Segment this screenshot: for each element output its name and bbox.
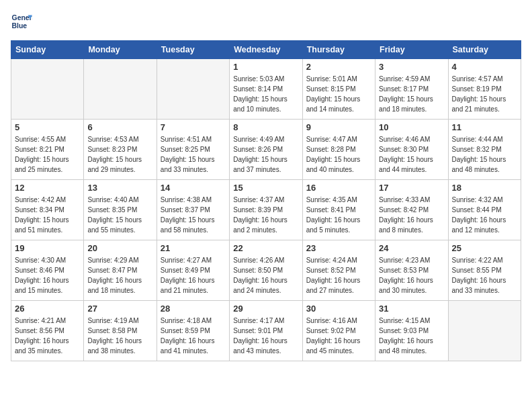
calendar-cell: [157, 59, 229, 120]
day-info: Sunrise: 4:24 AMSunset: 8:52 PMDaylight:…: [306, 255, 371, 295]
day-info: Sunrise: 4:49 AMSunset: 8:26 PMDaylight:…: [233, 134, 298, 175]
calendar-cell: 30 Sunrise: 4:16 AMSunset: 9:02 PMDaylig…: [302, 301, 375, 361]
calendar-cell: 9 Sunrise: 4:47 AMSunset: 8:28 PMDayligh…: [302, 120, 375, 180]
logo: General Blue: [11, 11, 32, 32]
day-info: Sunrise: 4:15 AMSunset: 9:03 PMDaylight:…: [379, 316, 444, 356]
day-number: 7: [161, 122, 226, 132]
day-info: Sunrise: 4:32 AMSunset: 8:44 PMDaylight:…: [452, 195, 517, 235]
calendar-cell: 18 Sunrise: 4:32 AMSunset: 8:44 PMDaylig…: [448, 180, 521, 240]
day-info: Sunrise: 4:19 AMSunset: 8:58 PMDaylight:…: [87, 316, 152, 356]
day-number: 13: [87, 183, 152, 193]
day-number: 10: [379, 122, 444, 132]
day-number: 29: [233, 304, 298, 314]
calendar-cell: 5 Sunrise: 4:55 AMSunset: 8:21 PMDayligh…: [11, 120, 84, 180]
logo-icon: General Blue: [11, 11, 32, 32]
calendar-cell: 20 Sunrise: 4:29 AMSunset: 8:47 PMDaylig…: [84, 240, 157, 301]
day-info: Sunrise: 4:35 AMSunset: 8:41 PMDaylight:…: [306, 195, 371, 235]
day-number: 31: [379, 304, 444, 314]
day-header-sunday: Sunday: [11, 41, 84, 59]
day-number: 5: [15, 122, 80, 132]
calendar-cell: 28 Sunrise: 4:18 AMSunset: 8:59 PMDaylig…: [157, 301, 229, 361]
day-number: 18: [452, 183, 517, 193]
day-number: 21: [161, 243, 226, 253]
day-info: Sunrise: 4:42 AMSunset: 8:34 PMDaylight:…: [15, 195, 80, 235]
day-header-monday: Monday: [84, 41, 157, 59]
day-info: Sunrise: 4:37 AMSunset: 8:39 PMDaylight:…: [233, 195, 298, 235]
day-info: Sunrise: 4:55 AMSunset: 8:21 PMDaylight:…: [15, 134, 80, 175]
day-number: 1: [233, 62, 298, 72]
day-info: Sunrise: 4:17 AMSunset: 9:01 PMDaylight:…: [233, 316, 298, 356]
calendar-cell: 22 Sunrise: 4:26 AMSunset: 8:50 PMDaylig…: [230, 240, 302, 301]
day-number: 6: [87, 122, 152, 132]
week-row-2: 5 Sunrise: 4:55 AMSunset: 8:21 PMDayligh…: [11, 120, 521, 180]
day-info: Sunrise: 4:21 AMSunset: 8:56 PMDaylight:…: [15, 316, 80, 356]
calendar-cell: 2 Sunrise: 5:01 AMSunset: 8:15 PMDayligh…: [302, 59, 375, 120]
calendar-cell: 7 Sunrise: 4:51 AMSunset: 8:25 PMDayligh…: [157, 120, 229, 180]
calendar-cell: 25 Sunrise: 4:22 AMSunset: 8:55 PMDaylig…: [448, 240, 521, 301]
calendar-cell: 13 Sunrise: 4:40 AMSunset: 8:35 PMDaylig…: [84, 180, 157, 240]
calendar-cell: 8 Sunrise: 4:49 AMSunset: 8:26 PMDayligh…: [230, 120, 302, 180]
day-number: 24: [379, 243, 444, 253]
day-info: Sunrise: 4:30 AMSunset: 8:46 PMDaylight:…: [15, 255, 80, 295]
day-header-tuesday: Tuesday: [157, 41, 229, 59]
day-info: Sunrise: 4:22 AMSunset: 8:55 PMDaylight:…: [452, 255, 517, 295]
day-info: Sunrise: 4:44 AMSunset: 8:32 PMDaylight:…: [452, 134, 517, 175]
calendar-cell: 1 Sunrise: 5:03 AMSunset: 8:14 PMDayligh…: [230, 59, 302, 120]
day-info: Sunrise: 4:51 AMSunset: 8:25 PMDaylight:…: [161, 134, 226, 175]
day-number: 17: [379, 183, 444, 193]
day-number: 2: [306, 62, 371, 72]
calendar-table: SundayMondayTuesdayWednesdayThursdayFrid…: [11, 40, 521, 361]
week-row-1: 1 Sunrise: 5:03 AMSunset: 8:14 PMDayligh…: [11, 59, 521, 120]
calendar-cell: 11 Sunrise: 4:44 AMSunset: 8:32 PMDaylig…: [448, 120, 521, 180]
day-info: Sunrise: 4:23 AMSunset: 8:53 PMDaylight:…: [379, 255, 444, 295]
calendar-cell: [84, 59, 157, 120]
calendar-cell: 12 Sunrise: 4:42 AMSunset: 8:34 PMDaylig…: [11, 180, 84, 240]
day-number: 14: [161, 183, 226, 193]
day-number: 15: [233, 183, 298, 193]
calendar-cell: 27 Sunrise: 4:19 AMSunset: 8:58 PMDaylig…: [84, 301, 157, 361]
day-header-friday: Friday: [375, 41, 448, 59]
day-number: 27: [87, 304, 152, 314]
calendar-cell: 4 Sunrise: 4:57 AMSunset: 8:19 PMDayligh…: [448, 59, 521, 120]
week-row-4: 19 Sunrise: 4:30 AMSunset: 8:46 PMDaylig…: [11, 240, 521, 301]
svg-text:Blue: Blue: [12, 22, 28, 30]
day-header-saturday: Saturday: [448, 41, 521, 59]
day-info: Sunrise: 4:53 AMSunset: 8:23 PMDaylight:…: [87, 134, 152, 175]
days-header-row: SundayMondayTuesdayWednesdayThursdayFrid…: [11, 41, 521, 59]
day-number: 4: [452, 62, 517, 72]
header: General Blue: [11, 11, 521, 32]
calendar-cell: 31 Sunrise: 4:15 AMSunset: 9:03 PMDaylig…: [375, 301, 448, 361]
calendar-cell: [11, 59, 84, 120]
calendar-cell: 15 Sunrise: 4:37 AMSunset: 8:39 PMDaylig…: [230, 180, 302, 240]
day-number: 30: [306, 304, 371, 314]
day-number: 16: [306, 183, 371, 193]
calendar-cell: 26 Sunrise: 4:21 AMSunset: 8:56 PMDaylig…: [11, 301, 84, 361]
day-info: Sunrise: 4:18 AMSunset: 8:59 PMDaylight:…: [161, 316, 226, 356]
day-info: Sunrise: 4:29 AMSunset: 8:47 PMDaylight:…: [87, 255, 152, 295]
day-info: Sunrise: 4:47 AMSunset: 8:28 PMDaylight:…: [306, 134, 371, 175]
calendar-cell: 3 Sunrise: 4:59 AMSunset: 8:17 PMDayligh…: [375, 59, 448, 120]
day-info: Sunrise: 4:16 AMSunset: 9:02 PMDaylight:…: [306, 316, 371, 356]
day-number: 28: [161, 304, 226, 314]
day-number: 23: [306, 243, 371, 253]
week-row-3: 12 Sunrise: 4:42 AMSunset: 8:34 PMDaylig…: [11, 180, 521, 240]
day-number: 3: [379, 62, 444, 72]
day-number: 9: [306, 122, 371, 132]
calendar-cell: 16 Sunrise: 4:35 AMSunset: 8:41 PMDaylig…: [302, 180, 375, 240]
day-number: 25: [452, 243, 517, 253]
calendar-cell: 6 Sunrise: 4:53 AMSunset: 8:23 PMDayligh…: [84, 120, 157, 180]
day-info: Sunrise: 4:27 AMSunset: 8:49 PMDaylight:…: [161, 255, 226, 295]
day-info: Sunrise: 5:01 AMSunset: 8:15 PMDaylight:…: [306, 74, 371, 114]
day-number: 26: [15, 304, 80, 314]
day-info: Sunrise: 4:38 AMSunset: 8:37 PMDaylight:…: [161, 195, 226, 235]
day-header-wednesday: Wednesday: [230, 41, 302, 59]
day-number: 19: [15, 243, 80, 253]
day-info: Sunrise: 4:33 AMSunset: 8:42 PMDaylight:…: [379, 195, 444, 235]
day-info: Sunrise: 4:40 AMSunset: 8:35 PMDaylight:…: [87, 195, 152, 235]
day-info: Sunrise: 4:26 AMSunset: 8:50 PMDaylight:…: [233, 255, 298, 295]
day-number: 8: [233, 122, 298, 132]
calendar-cell: 14 Sunrise: 4:38 AMSunset: 8:37 PMDaylig…: [157, 180, 229, 240]
day-number: 22: [233, 243, 298, 253]
calendar-cell: 24 Sunrise: 4:23 AMSunset: 8:53 PMDaylig…: [375, 240, 448, 301]
day-info: Sunrise: 4:59 AMSunset: 8:17 PMDaylight:…: [379, 74, 444, 114]
